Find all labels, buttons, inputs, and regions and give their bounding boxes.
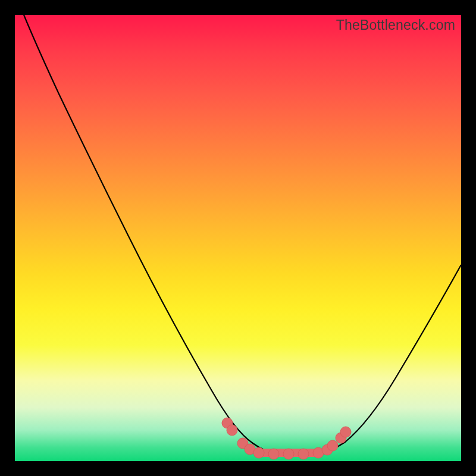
plot-area: TheBottleneck.com <box>15 15 461 461</box>
marker-dot <box>253 447 264 458</box>
marker-dot <box>227 425 237 436</box>
marker-dot <box>283 449 294 459</box>
marker-dot <box>327 440 338 451</box>
marker-dot <box>298 449 309 459</box>
bottleneck-curve-line <box>24 15 461 454</box>
marker-dot <box>340 427 351 437</box>
chart-frame: TheBottleneck.com <box>0 0 476 476</box>
bottleneck-curve-svg <box>15 15 461 461</box>
marker-dot <box>268 449 279 459</box>
